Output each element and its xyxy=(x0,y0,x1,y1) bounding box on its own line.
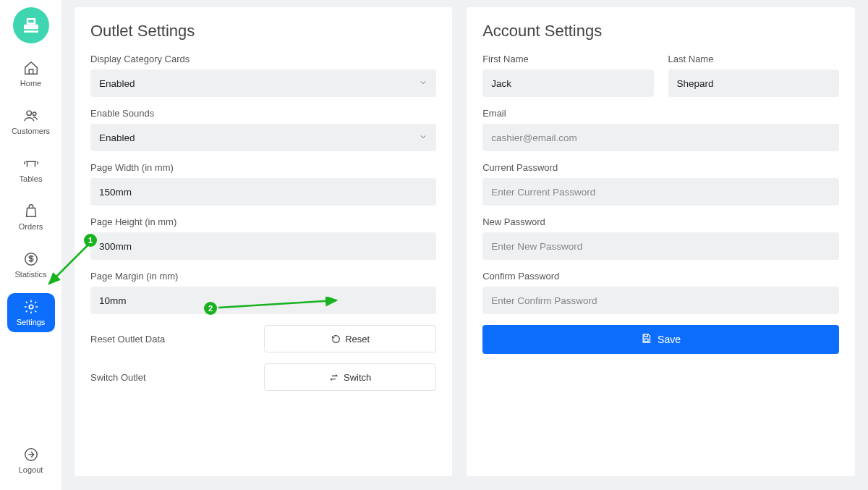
refresh-icon xyxy=(331,334,341,344)
logout-icon xyxy=(23,447,39,462)
email-value[interactable] xyxy=(491,124,830,151)
new-password-label: New Password xyxy=(482,216,839,227)
page-width-field: Page Width (in mm) xyxy=(90,162,436,206)
chevron-down-icon xyxy=(419,78,427,89)
save-button-label: Save xyxy=(658,334,681,345)
svg-rect-2 xyxy=(28,20,34,23)
last-name-value[interactable] xyxy=(677,69,830,97)
enable-sounds-label: Enable Sounds xyxy=(90,108,436,119)
svg-point-4 xyxy=(27,111,31,115)
email-label: Email xyxy=(482,108,839,119)
page-height-label: Page Height (in mm) xyxy=(90,216,436,227)
page-margin-input[interactable] xyxy=(90,287,436,314)
page-margin-field: Page Margin (in mm) xyxy=(90,271,436,314)
new-password-input[interactable] xyxy=(482,232,839,260)
current-password-field: Current Password xyxy=(482,162,839,206)
first-name-field: First Name xyxy=(482,54,653,97)
confirm-password-label: Confirm Password xyxy=(482,271,839,282)
account-settings-panel: Account Settings First Name Last Name Em… xyxy=(467,7,855,476)
sidebar: Home Customers Tables Orders Statistics … xyxy=(0,0,61,490)
chevron-down-icon xyxy=(419,132,427,143)
nav-settings[interactable]: Settings xyxy=(7,293,55,332)
nav-label: Settings xyxy=(17,318,46,326)
reset-button[interactable]: Reset xyxy=(264,325,436,352)
current-password-value[interactable] xyxy=(491,178,830,206)
first-name-input[interactable] xyxy=(482,69,653,97)
last-name-input[interactable] xyxy=(668,69,839,97)
new-password-value[interactable] xyxy=(491,232,830,260)
cash-register-icon xyxy=(20,14,42,36)
gear-icon xyxy=(23,299,39,315)
page-height-input[interactable] xyxy=(90,232,436,260)
display-cards-value: Enabled xyxy=(99,78,135,89)
current-password-input[interactable] xyxy=(482,178,839,206)
save-icon xyxy=(641,333,652,346)
first-name-value[interactable] xyxy=(491,69,644,97)
save-button[interactable]: Save xyxy=(482,325,839,354)
nav-home[interactable]: Home xyxy=(7,54,55,93)
annotation-badge-2: 2 xyxy=(204,302,217,315)
svg-rect-0 xyxy=(24,25,38,33)
page-width-label: Page Width (in mm) xyxy=(90,162,436,173)
switch-label: Switch Outlet xyxy=(90,372,146,383)
email-input[interactable] xyxy=(482,124,839,151)
reset-label: Reset Outlet Data xyxy=(90,334,165,345)
switch-button[interactable]: Switch xyxy=(264,363,436,391)
page-height-value[interactable] xyxy=(99,232,427,260)
reset-row: Reset Outlet Data Reset xyxy=(90,325,436,352)
users-icon xyxy=(23,108,39,124)
app-logo xyxy=(13,7,49,43)
nav-label: Tables xyxy=(20,174,43,183)
nav-label: Home xyxy=(20,79,41,88)
nav-customers[interactable]: Customers xyxy=(7,102,55,141)
first-name-label: First Name xyxy=(482,54,653,64)
nav-orders[interactable]: Orders xyxy=(7,198,55,237)
confirm-password-value[interactable] xyxy=(491,287,830,314)
reset-button-label: Reset xyxy=(345,334,370,345)
nav-statistics[interactable]: Statistics xyxy=(7,245,55,284)
table-icon xyxy=(23,156,39,172)
switch-button-label: Switch xyxy=(344,372,371,383)
enable-sounds-field: Enable Sounds Enabled xyxy=(90,108,436,151)
display-cards-label: Display Category Cards xyxy=(90,54,436,64)
home-icon xyxy=(23,60,39,76)
main-content: Outlet Settings Display Category Cards E… xyxy=(61,0,868,490)
nav-label: Logout xyxy=(19,465,43,474)
last-name-field: Last Name xyxy=(668,54,839,97)
svg-point-7 xyxy=(29,305,33,309)
enable-sounds-value: Enabled xyxy=(99,132,135,143)
page-width-value[interactable] xyxy=(99,178,427,206)
switch-row: Switch Outlet Switch xyxy=(90,363,436,391)
confirm-password-input[interactable] xyxy=(482,287,839,314)
nav-label: Statistics xyxy=(14,270,46,279)
nav-label: Orders xyxy=(19,222,43,231)
page-margin-value[interactable] xyxy=(99,287,427,314)
bag-icon xyxy=(23,203,39,219)
svg-point-5 xyxy=(33,112,36,116)
nav-label: Customers xyxy=(12,127,50,135)
outlet-settings-panel: Outlet Settings Display Category Cards E… xyxy=(75,7,452,476)
display-cards-field: Display Category Cards Enabled xyxy=(90,54,436,97)
confirm-password-field: Confirm Password xyxy=(482,271,839,314)
page-margin-label: Page Margin (in mm) xyxy=(90,271,436,282)
dollar-icon xyxy=(23,251,39,267)
last-name-label: Last Name xyxy=(668,54,839,64)
swap-icon xyxy=(329,372,339,382)
display-cards-select[interactable]: Enabled xyxy=(90,69,436,97)
outlet-title: Outlet Settings xyxy=(90,22,436,41)
annotation-badge-1: 1 xyxy=(84,234,97,247)
account-title: Account Settings xyxy=(482,22,839,41)
current-password-label: Current Password xyxy=(482,162,839,173)
email-field: Email xyxy=(482,108,839,151)
nav-tables[interactable]: Tables xyxy=(7,150,55,189)
page-width-input[interactable] xyxy=(90,178,436,206)
nav-logout[interactable]: Logout xyxy=(7,441,55,480)
page-height-field: Page Height (in mm) xyxy=(90,216,436,260)
new-password-field: New Password xyxy=(482,216,839,260)
svg-rect-9 xyxy=(644,339,648,342)
enable-sounds-select[interactable]: Enabled xyxy=(90,124,436,151)
